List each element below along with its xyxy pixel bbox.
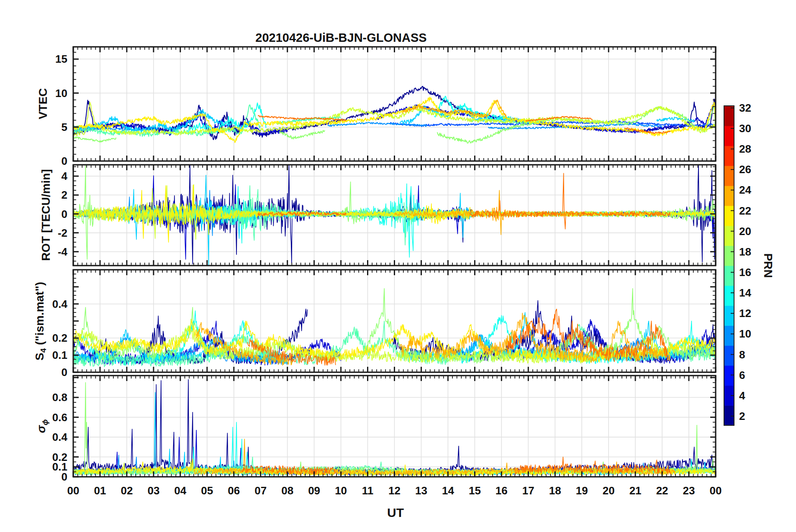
svg-text:17: 17	[522, 484, 534, 497]
ylabel-s4-rest: ("ism.mat")	[33, 282, 46, 348]
colorbar-segment	[724, 325, 734, 345]
ylabel-sigma: σ	[35, 425, 48, 433]
svg-text:14: 14	[442, 484, 454, 497]
colorbar-segment	[724, 106, 734, 126]
svg-text:06: 06	[228, 484, 240, 497]
ylabel-vtec: VTEC	[36, 88, 50, 120]
colorbar-segment	[724, 226, 734, 246]
svg-text:4: 4	[62, 170, 68, 182]
svg-text:00: 00	[710, 484, 722, 497]
svg-text:23: 23	[683, 484, 695, 497]
svg-text:-4: -4	[58, 246, 68, 258]
svg-text:16: 16	[739, 266, 751, 279]
svg-text:2: 2	[62, 189, 67, 201]
svg-text:0.1: 0.1	[52, 349, 67, 361]
colorbar-segment	[724, 206, 734, 226]
ylabel-rot: ROT [TECU/min]	[39, 169, 53, 261]
colorbar-segment	[724, 345, 734, 366]
svg-text:0.2: 0.2	[52, 451, 67, 463]
svg-text:10: 10	[55, 87, 67, 100]
svg-text:0.6: 0.6	[52, 411, 67, 424]
svg-text:04: 04	[174, 484, 186, 497]
colorbar-segment	[724, 186, 734, 206]
colorbar-segment	[724, 286, 734, 306]
colorbar-segment	[724, 246, 734, 266]
svg-text:32: 32	[739, 102, 751, 114]
svg-text:12: 12	[388, 484, 401, 497]
svg-text:6: 6	[739, 369, 745, 381]
svg-text:19: 19	[576, 484, 588, 497]
svg-text:2: 2	[739, 410, 745, 422]
svg-text:4: 4	[739, 389, 745, 402]
svg-text:07: 07	[254, 484, 267, 497]
svg-text:15: 15	[469, 484, 481, 497]
svg-text:09: 09	[308, 484, 320, 497]
xlabel-ut: UT	[387, 506, 404, 520]
svg-text:18: 18	[739, 246, 751, 258]
svg-text:24: 24	[739, 184, 751, 196]
svg-text:0: 0	[62, 366, 67, 379]
svg-text:03: 03	[147, 484, 159, 497]
colorbar-segment	[724, 366, 734, 386]
colorbar-segment	[724, 306, 734, 326]
svg-text:26: 26	[739, 163, 751, 176]
svg-text:12: 12	[739, 307, 751, 320]
svg-text:5: 5	[62, 121, 67, 133]
colorbar-label-prn: PRN	[761, 253, 775, 278]
svg-text:0.4: 0.4	[52, 298, 68, 310]
figure: 051015-4-202400.10.20.400.10.20.40.60.80…	[0, 0, 796, 532]
svg-text:0.4: 0.4	[52, 431, 68, 443]
svg-text:0: 0	[62, 155, 67, 167]
svg-text:0.8: 0.8	[52, 391, 67, 404]
svg-text:20: 20	[603, 484, 615, 497]
svg-text:21: 21	[629, 484, 642, 497]
ylabel-sigma-phi: σϕ	[35, 419, 50, 433]
chart-title: 20210426-UiB-BJN-GLONASS	[255, 31, 426, 45]
svg-text:01: 01	[94, 484, 106, 497]
chart-canvas: 051015-4-202400.10.20.400.10.20.40.60.80…	[0, 0, 796, 532]
svg-text:00: 00	[67, 484, 80, 497]
svg-text:16: 16	[496, 484, 508, 497]
svg-text:14: 14	[739, 286, 751, 299]
svg-text:8: 8	[739, 348, 745, 361]
svg-text:05: 05	[201, 484, 213, 497]
svg-text:18: 18	[549, 484, 561, 497]
svg-text:11: 11	[362, 484, 374, 497]
ylabel-s4-sub: 4	[39, 348, 48, 353]
svg-text:0.2: 0.2	[52, 332, 67, 344]
svg-text:28: 28	[739, 143, 751, 155]
svg-text:20: 20	[739, 225, 751, 238]
svg-text:10: 10	[739, 327, 751, 340]
ylabel-sigma-sub: ϕ	[41, 419, 49, 425]
ylabel-s4: S4 ("ism.mat")	[33, 282, 49, 361]
colorbar-segment	[724, 126, 734, 146]
colorbar-segment	[724, 405, 734, 425]
svg-text:22: 22	[739, 205, 751, 217]
series-prn-17	[73, 136, 116, 142]
svg-text:-2: -2	[58, 227, 67, 239]
svg-text:30: 30	[739, 122, 751, 135]
svg-text:22: 22	[656, 484, 668, 497]
svg-text:0: 0	[62, 208, 67, 220]
svg-text:02: 02	[121, 484, 133, 497]
ylabel-s4-main: S	[33, 353, 46, 361]
colorbar-segment	[724, 166, 734, 186]
colorbar-segment	[724, 266, 734, 286]
svg-text:13: 13	[415, 484, 427, 497]
svg-text:08: 08	[281, 484, 293, 497]
svg-text:10: 10	[335, 484, 347, 497]
svg-text:15: 15	[55, 53, 67, 65]
